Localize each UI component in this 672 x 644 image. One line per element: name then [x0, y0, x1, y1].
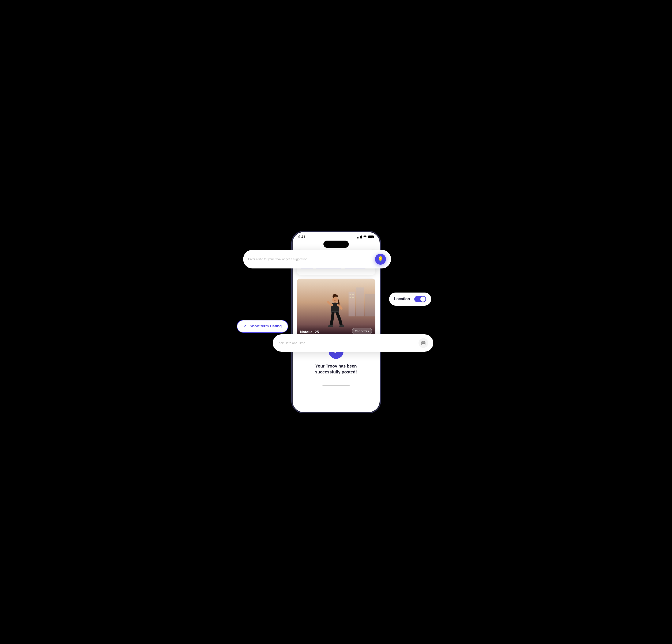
- success-text: Your Troov has beensuccessfully posted!: [301, 363, 371, 375]
- screen-content: 💡 Let's go for a morning run around cent…: [292, 250, 380, 386]
- status-time: 9:41: [299, 235, 305, 239]
- svg-rect-16: [423, 343, 424, 344]
- svg-rect-3: [365, 294, 375, 316]
- svg-rect-17: [424, 343, 425, 344]
- signal-icon: [357, 235, 362, 239]
- location-toggle-floating: Location: [389, 293, 431, 306]
- calendar-icon-button[interactable]: [419, 338, 428, 348]
- svg-rect-2: [356, 288, 364, 316]
- see-details-button[interactable]: See details: [352, 328, 372, 335]
- title-input-placeholder: Enter a title for your troov or get a su…: [248, 257, 308, 261]
- title-input-floating[interactable]: Enter a title for your troov or get a su…: [243, 250, 391, 268]
- scene: 9:41: [256, 227, 416, 417]
- location-label: Location: [394, 297, 410, 301]
- svg-rect-15: [422, 343, 423, 344]
- svg-rect-5: [352, 294, 354, 295]
- wifi-icon: [363, 235, 367, 239]
- category-label: Short term Dating: [250, 324, 282, 328]
- datetime-placeholder: Pick Date and Time: [278, 341, 305, 345]
- check-icon-sm: ✓: [243, 324, 247, 329]
- location-toggle[interactable]: [414, 296, 426, 302]
- svg-rect-1: [348, 291, 355, 316]
- status-bar: 9:41: [292, 232, 380, 241]
- profile-image: Natalie, 25 See details: [297, 279, 375, 338]
- svg-rect-7: [352, 297, 354, 298]
- category-chip-floating[interactable]: ✓ Short term Dating: [237, 320, 288, 333]
- calendar-svg-icon: [421, 341, 426, 345]
- datetime-picker-floating[interactable]: Pick Date and Time: [273, 335, 433, 352]
- suggestion-bulb-button[interactable]: 💡: [375, 254, 386, 265]
- svg-rect-4: [349, 294, 351, 295]
- profile-name: Natalie, 25: [300, 330, 319, 335]
- battery-icon: [368, 235, 374, 238]
- toggle-knob: [420, 296, 425, 302]
- dynamic-island: [323, 241, 349, 248]
- status-icons: [357, 235, 374, 239]
- home-indicator: [322, 385, 350, 386]
- svg-rect-6: [349, 297, 351, 298]
